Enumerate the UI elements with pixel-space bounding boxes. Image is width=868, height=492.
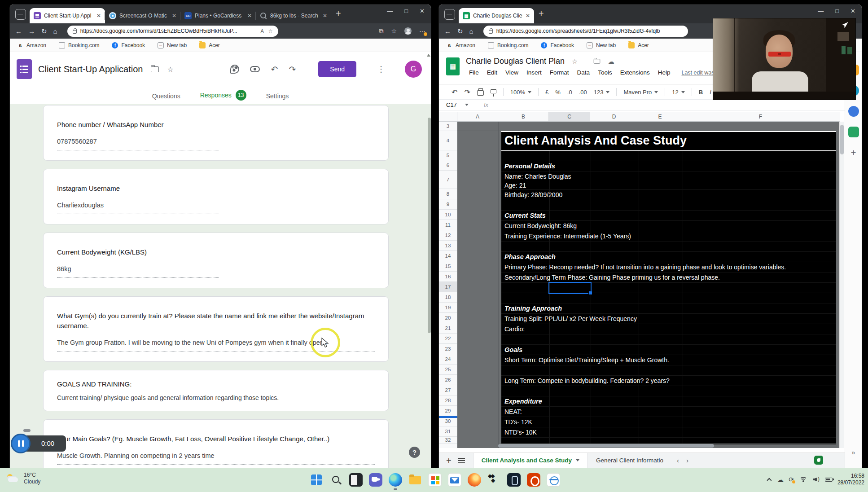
- browser-tab[interactable]: Client Start-Up Appl ✕: [30, 8, 105, 23]
- collections-icon[interactable]: ⧉: [379, 27, 383, 35]
- menu-item[interactable]: Help: [655, 68, 674, 77]
- back-icon[interactable]: ←: [15, 28, 22, 35]
- spreadsheet-title[interactable]: Charlie Douglas Client Plan: [466, 57, 565, 66]
- menu-item[interactable]: View: [502, 68, 522, 77]
- address-bar[interactable]: https://docs.google.com/forms/d/1sEhZBEC…: [67, 26, 278, 37]
- menu-item[interactable]: File: [466, 68, 482, 77]
- column-header-E[interactable]: E: [638, 112, 682, 121]
- bookmark-item[interactable]: Facebook: [541, 42, 574, 48]
- taskbar-app-icon[interactable]: [349, 473, 363, 487]
- menu-item[interactable]: Edit: [484, 68, 500, 77]
- favorites-icon[interactable]: ☆: [391, 27, 397, 35]
- sheet-row-6[interactable]: Personal Details: [501, 161, 836, 171]
- bookmark-item[interactable]: Acer: [199, 42, 220, 48]
- move-folder-icon[interactable]: [593, 59, 600, 63]
- menu-item[interactable]: Format: [547, 68, 572, 77]
- row-header-17[interactable]: 17: [439, 282, 457, 292]
- taskbar-app-icon[interactable]: [389, 473, 402, 487]
- sheet-tab-active[interactable]: Client Analysis and Case Study: [473, 453, 588, 468]
- help-button[interactable]: ?: [409, 447, 420, 458]
- sheet-tabs-next-icon[interactable]: ›: [686, 457, 688, 464]
- forward-icon[interactable]: →: [28, 28, 35, 35]
- sheet-tabs-prev-icon[interactable]: ‹: [677, 457, 679, 464]
- favorite-star-icon[interactable]: ☆: [268, 28, 273, 34]
- column-header-B[interactable]: B: [498, 112, 549, 121]
- row-header-32[interactable]: 32: [439, 437, 457, 444]
- taskbar-app-icon[interactable]: [448, 473, 461, 487]
- taskbar-app-icon[interactable]: [487, 473, 501, 487]
- sync-icon[interactable]: ⟳: [789, 476, 794, 483]
- bookmark-item[interactable]: Amazon: [446, 42, 475, 48]
- font-size-select[interactable]: 12: [672, 89, 684, 96]
- font-select[interactable]: Maven Pro: [623, 89, 658, 96]
- sheet-row-20[interactable]: Training Split: PPL/UL/ x2 Per Week Freq…: [501, 314, 836, 324]
- row-header-7[interactable]: 7: [439, 171, 457, 189]
- add-sheet-icon[interactable]: +: [446, 456, 452, 465]
- pause-recording-button[interactable]: [11, 434, 31, 453]
- sheet-row-28[interactable]: Expenditure: [501, 396, 836, 407]
- sheet-row-31[interactable]: NTD's- 10K: [501, 427, 836, 438]
- row-header-3[interactable]: 3: [439, 122, 457, 131]
- row-header-23[interactable]: 23: [439, 344, 457, 354]
- taskbar-app-icon[interactable]: [527, 473, 540, 487]
- sheet-row-11[interactable]: Current Bodyweight: 86kg: [501, 221, 836, 231]
- bookmark-item[interactable]: Booking.com: [59, 42, 99, 48]
- taskbar-app-icon[interactable]: [507, 473, 521, 487]
- sheet-row-22[interactable]: [501, 334, 836, 345]
- browser-tab[interactable]: Screencast-O-Matic ✕: [105, 8, 180, 23]
- format-percent-button[interactable]: %: [555, 89, 561, 96]
- form-title[interactable]: Client Start-Up Application: [38, 64, 143, 75]
- battery-icon[interactable]: [825, 478, 833, 482]
- account-avatar[interactable]: G: [405, 61, 422, 78]
- menu-item[interactable]: Tools: [595, 68, 615, 77]
- sheet-tab-menu-icon[interactable]: [576, 459, 579, 461]
- row-header-22[interactable]: 22: [439, 334, 457, 344]
- new-tab-button[interactable]: +: [539, 9, 544, 18]
- row-header-18[interactable]: 18: [439, 292, 457, 303]
- taskbar-app-icon[interactable]: [369, 473, 382, 487]
- home-icon[interactable]: ⌂: [53, 28, 57, 35]
- sheet-row-9[interactable]: [501, 200, 836, 211]
- minimize-button[interactable]: —: [818, 8, 824, 14]
- more-options-icon[interactable]: ⋮: [377, 64, 385, 74]
- sheet-row-27[interactable]: [501, 386, 836, 396]
- menu-item[interactable]: Data: [574, 68, 593, 77]
- sheet-row-32[interactable]: [501, 438, 836, 444]
- taskbar-app-icon[interactable]: [468, 473, 481, 487]
- row-header-12[interactable]: 12: [439, 230, 457, 241]
- sheet-row-21[interactable]: Cardio:: [501, 324, 836, 334]
- form-scrollbar[interactable]: [428, 118, 431, 333]
- paint-format-icon[interactable]: [491, 89, 496, 93]
- clock[interactable]: 16:58 28/07/2022: [837, 473, 864, 486]
- tab-close-icon[interactable]: ✕: [247, 13, 252, 19]
- row-header-16[interactable]: 16: [439, 272, 457, 282]
- row-header-20[interactable]: 20: [439, 313, 457, 323]
- vertical-scrollbar[interactable]: [840, 125, 844, 154]
- refresh-icon[interactable]: ↻: [41, 28, 47, 35]
- theme-palette-icon[interactable]: [230, 65, 239, 74]
- move-folder-icon[interactable]: [151, 66, 159, 72]
- bookmark-item[interactable]: Acer: [628, 42, 649, 48]
- redo-icon[interactable]: ↷: [464, 88, 470, 97]
- row-header-14[interactable]: 14: [439, 251, 457, 261]
- sheet-row-29[interactable]: NEAT:: [501, 407, 836, 417]
- selected-cell-C17[interactable]: [548, 282, 592, 294]
- explore-icon[interactable]: [814, 456, 823, 465]
- star-icon[interactable]: ☆: [572, 58, 578, 65]
- italic-button[interactable]: I: [710, 89, 711, 96]
- send-button[interactable]: Send: [318, 61, 356, 77]
- decrease-decimal-button[interactable]: .0: [567, 89, 572, 96]
- close-button[interactable]: ✕: [420, 8, 425, 14]
- column-header-C[interactable]: C: [549, 112, 590, 121]
- undo-icon[interactable]: ↶: [452, 88, 457, 97]
- row-header-4[interactable]: 4: [439, 131, 457, 150]
- sheet-row-5[interactable]: [501, 151, 836, 161]
- taskbar-app-icon[interactable]: [547, 473, 560, 487]
- browser-profile-icon[interactable]: [404, 27, 412, 35]
- sheet-row-12[interactable]: Training Experience: Intermediate (1-5 Y…: [501, 231, 836, 242]
- row-header-24[interactable]: 24: [439, 354, 457, 365]
- tab-search-icon[interactable]: [15, 9, 26, 20]
- row-header-19[interactable]: 19: [439, 303, 457, 313]
- bold-button[interactable]: B: [699, 89, 703, 96]
- row-header-9[interactable]: 9: [439, 199, 457, 210]
